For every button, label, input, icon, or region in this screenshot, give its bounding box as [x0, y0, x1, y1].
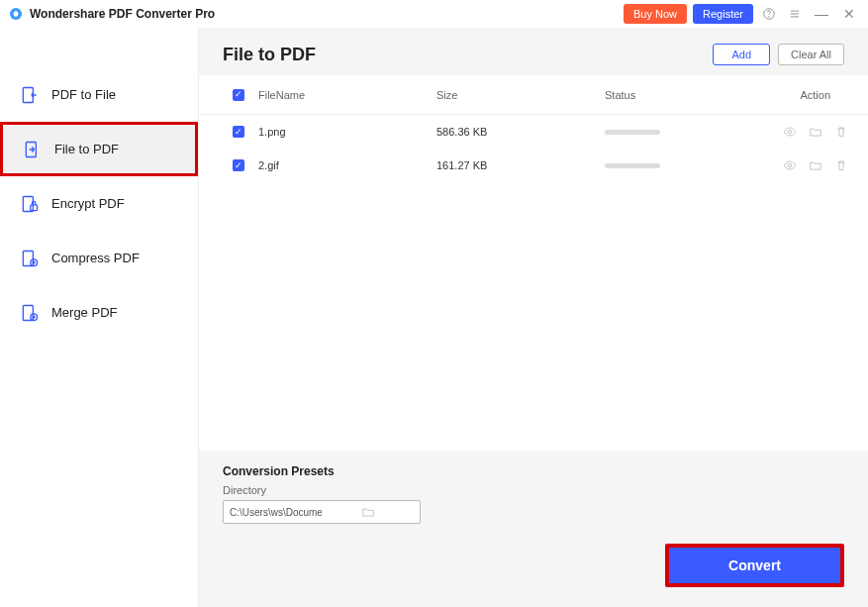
- column-header-name: FileName: [258, 89, 436, 101]
- sidebar-item-label: PDF to File: [51, 87, 116, 102]
- table-row: 1.png 586.36 KB: [199, 115, 868, 149]
- content-area: File to PDF Add Clear All FileName Size …: [198, 28, 868, 607]
- titlebar: Wondershare PDF Converter Pro Buy Now Re…: [0, 0, 868, 28]
- minimize-button[interactable]: —: [811, 3, 832, 25]
- sidebar-item-label: Compress PDF: [51, 251, 140, 265]
- column-header-size: Size: [436, 89, 605, 101]
- sidebar-item-merge-pdf[interactable]: Merge PDF: [0, 285, 198, 340]
- file-size: 586.36 KB: [436, 126, 605, 138]
- register-button[interactable]: Register: [693, 4, 753, 24]
- delete-icon[interactable]: [834, 125, 848, 139]
- directory-label: Directory: [223, 484, 844, 496]
- sidebar-item-pdf-to-file[interactable]: PDF to File: [0, 67, 198, 122]
- sidebar-item-encrypt-pdf[interactable]: Encrypt PDF: [0, 176, 198, 231]
- file-name: 1.png: [258, 126, 436, 138]
- svg-point-14: [788, 130, 792, 134]
- preview-icon[interactable]: [783, 125, 797, 139]
- page-title: File to PDF: [223, 45, 316, 65]
- merge-pdf-icon: [20, 303, 40, 323]
- menu-icon[interactable]: [785, 4, 805, 24]
- svg-point-2: [769, 17, 770, 18]
- delete-icon[interactable]: [834, 158, 848, 172]
- help-icon[interactable]: [759, 4, 779, 24]
- column-header-status: Status: [605, 89, 783, 101]
- table-row: 2.gif 161.27 KB: [199, 149, 868, 182]
- svg-rect-10: [23, 251, 33, 265]
- column-header-action: Action: [783, 89, 848, 101]
- footer: Conversion Presets Directory C:\Users\ws…: [199, 451, 868, 607]
- file-to-pdf-icon: [23, 140, 43, 159]
- presets-title: Conversion Presets: [223, 464, 844, 478]
- progress-bar: [605, 130, 660, 135]
- sidebar: PDF to File File to PDF Encrypt PDF Comp…: [0, 28, 198, 607]
- compress-pdf-icon: [20, 249, 40, 268]
- directory-value: C:\Users\ws\Documents\PDFConvert: [230, 507, 322, 518]
- select-all-checkbox[interactable]: [233, 89, 244, 101]
- file-name: 2.gif: [258, 159, 436, 171]
- preview-icon[interactable]: [783, 158, 797, 172]
- browse-folder-icon[interactable]: [322, 505, 414, 519]
- sidebar-item-label: File to PDF: [54, 142, 119, 156]
- convert-button[interactable]: Convert: [665, 544, 844, 587]
- sidebar-item-compress-pdf[interactable]: Compress PDF: [0, 231, 198, 285]
- sidebar-item-file-to-pdf[interactable]: File to PDF: [0, 122, 198, 176]
- app-title: Wondershare PDF Converter Pro: [30, 7, 215, 21]
- folder-icon[interactable]: [809, 158, 822, 172]
- app-logo-icon: [8, 6, 24, 22]
- buy-now-button[interactable]: Buy Now: [624, 4, 687, 24]
- file-table: FileName Size Status Action 1.png 586.36…: [199, 75, 868, 451]
- folder-icon[interactable]: [809, 125, 822, 139]
- svg-rect-9: [31, 204, 38, 210]
- table-header: FileName Size Status Action: [199, 75, 868, 115]
- directory-field[interactable]: C:\Users\ws\Documents\PDFConvert: [223, 500, 421, 524]
- svg-rect-12: [23, 305, 33, 320]
- progress-bar: [605, 163, 660, 168]
- svg-point-15: [788, 163, 792, 167]
- sidebar-item-label: Encrypt PDF: [51, 196, 125, 211]
- file-size: 161.27 KB: [436, 159, 605, 171]
- encrypt-pdf-icon: [20, 194, 40, 214]
- svg-rect-8: [23, 196, 33, 211]
- add-button[interactable]: Add: [713, 44, 770, 65]
- row-checkbox[interactable]: [233, 126, 244, 138]
- sidebar-item-label: Merge PDF: [51, 305, 117, 320]
- row-checkbox[interactable]: [233, 159, 244, 171]
- pdf-to-file-icon: [20, 85, 40, 105]
- close-button[interactable]: ✕: [838, 3, 860, 25]
- clear-all-button[interactable]: Clear All: [778, 44, 844, 65]
